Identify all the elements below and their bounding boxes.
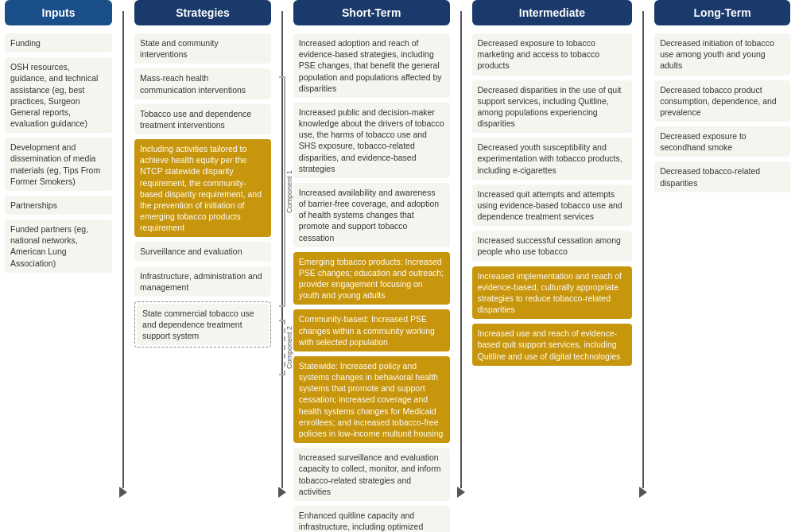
strategy-item: Infrastructure, administration and manag… (134, 266, 271, 297)
inputs-title: Inputs (42, 6, 76, 19)
intermediate-header: Intermediate (472, 0, 633, 25)
arrow-intermediate-longterm (637, 0, 650, 498)
longterm-list: Decreased initiation of tobacco use amon… (654, 33, 790, 197)
arrow-inputs-strategies (117, 0, 130, 498)
intermediate-title: Intermediate (519, 6, 585, 19)
strategy-component2-item: State commercial tobacco use and depende… (137, 304, 269, 346)
strategies-header: Strategies (134, 0, 271, 25)
connector-arrowhead-4 (639, 487, 647, 498)
arrow-shortterm-intermediate (455, 0, 467, 498)
shortterm-item: Increased surveillance and evaluation ca… (293, 448, 450, 501)
strategy-item: Surveillance and evaluation (134, 242, 271, 261)
component2-bracket (279, 320, 285, 375)
strategy-gold-item: Including activities tailored to achieve… (134, 139, 271, 237)
strategy-item: Mass-reach health communication interven… (134, 68, 271, 99)
intermediate-item: Increased successful cessation among peo… (472, 231, 633, 261)
inputs-header: Inputs (5, 0, 112, 25)
connector-line-4 (642, 11, 644, 488)
connector-arrowhead-3 (457, 487, 465, 498)
inputs-list: FundingOSH resources, guidance, and tech… (5, 33, 112, 278)
intermediate-gold-item: Increased use and reach of evidence-base… (472, 324, 633, 366)
shortterm-title: Short-Term (342, 6, 401, 19)
strategies-column: Strategies State and community intervent… (130, 0, 276, 348)
shortterm-item: Increased availability and awareness of … (293, 183, 450, 247)
shortterm-item: Increased adoption and reach of evidence… (293, 33, 450, 98)
strategy-item: Tobacco use and dependence treatment int… (134, 104, 271, 134)
input-item: Development and dissemination of media m… (5, 138, 112, 191)
longterm-item: Decreased tobacco product consumption, d… (654, 80, 790, 122)
intermediate-item: Decreased disparities in the use of quit… (472, 80, 633, 134)
shortterm-header: Short-Term (293, 0, 450, 25)
shortterm-gold-item: Community-based: Increased PSE changes w… (293, 309, 450, 351)
shortterm-list: Increased adoption and reach of evidence… (293, 33, 450, 532)
longterm-item: Decreased exposure to secondhand smoke (654, 126, 790, 157)
longterm-column: Long-Term Decreased initiation of tobacc… (650, 0, 795, 197)
inputs-column: Inputs FundingOSH resources, guidance, a… (0, 0, 117, 278)
component2-wrapper: State commercial tobacco use and depende… (134, 301, 271, 348)
intermediate-gold-item: Increased implementation and reach of ev… (472, 266, 633, 320)
intermediate-item: Increased quit attempts and attempts usi… (472, 184, 633, 227)
connector-line-3 (460, 11, 462, 488)
connector-arrowhead-2 (278, 487, 286, 498)
connector-line (122, 11, 124, 488)
input-item: Partnerships (5, 196, 112, 215)
shortterm-column: Short-Term Increased adoption and reach … (289, 0, 455, 532)
input-item: Funding (5, 33, 112, 52)
connector-arrowhead (119, 487, 127, 498)
strategies-list: State and community interventionsMass-re… (134, 33, 271, 348)
shortterm-item: Enhanced quitline capacity and infrastru… (293, 506, 450, 532)
longterm-header: Long-Term (654, 0, 790, 25)
shortterm-gold-item: Emerging tobacco products: Increased PSE… (293, 252, 450, 305)
strategy-item: State and community interventions (134, 33, 271, 64)
shortterm-item: Increased public and decision-maker know… (293, 103, 450, 178)
shortterm-gold-item: Statewide: Increased policy and systems … (293, 356, 450, 443)
longterm-item: Decreased tobacco-related disparities (654, 161, 790, 192)
intermediate-item: Decreased youth susceptibility and exper… (472, 138, 633, 180)
strategies-title: Strategies (176, 6, 230, 19)
intermediate-item: Decreased exposure to tobacco marketing … (472, 33, 633, 76)
intermediate-column: Intermediate Decreased exposure to tobac… (467, 0, 638, 371)
longterm-item: Decreased initiation of tobacco use amon… (654, 33, 790, 76)
input-item: Funded partners (eg, national networks, … (5, 219, 112, 273)
longterm-title: Long-Term (694, 6, 751, 19)
component1-bracket (279, 76, 285, 307)
input-item: OSH resources, guidance, and technical a… (5, 57, 112, 133)
intermediate-list: Decreased exposure to tobacco marketing … (472, 33, 633, 371)
